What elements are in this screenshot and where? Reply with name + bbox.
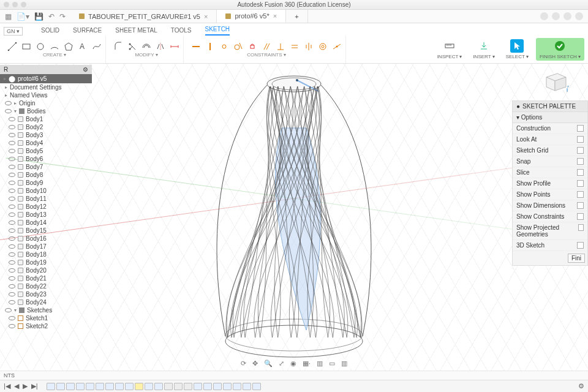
tree-body-item[interactable]: Body10 <box>0 187 92 195</box>
tree-sketch-item[interactable]: Sketch1 <box>0 314 92 322</box>
vertical-icon[interactable] <box>205 42 215 51</box>
palette-option[interactable]: Show Profile <box>513 178 587 189</box>
tree-origin[interactable]: ▸Origin <box>0 99 92 107</box>
document-tab[interactable]: TABOURET_PETIT_GRAVURE#1 v5 × <box>70 10 217 23</box>
timeline-feature[interactable] <box>66 383 75 390</box>
tree-body-item[interactable]: Body9 <box>0 179 92 187</box>
palette-option[interactable]: Show Constraints <box>513 211 587 222</box>
palette-option[interactable]: Show Points <box>513 189 587 200</box>
timeline-feature[interactable] <box>164 383 173 390</box>
checkbox-icon[interactable] <box>577 242 584 249</box>
tree-body-item[interactable]: Body13 <box>0 211 92 219</box>
display-grid-icon[interactable]: ▦· <box>303 360 311 368</box>
close-icon[interactable]: × <box>273 12 277 20</box>
timeline-feature[interactable] <box>154 383 163 390</box>
timeline-feature[interactable] <box>223 383 232 390</box>
palette-options-header[interactable]: ▾ Options <box>513 111 587 123</box>
checkbox-icon[interactable] <box>577 202 584 209</box>
tree-sketch-item[interactable]: Sketch2 <box>0 322 92 330</box>
parallel-icon[interactable] <box>262 42 271 51</box>
palette-option[interactable]: Snap <box>513 156 587 167</box>
gear-icon[interactable]: ⚙ <box>83 66 88 73</box>
document-tab-active[interactable]: proto#6 v5* × <box>217 10 286 23</box>
timeline-prev-icon[interactable]: ◀ <box>14 382 19 390</box>
effects-icon[interactable]: ▥ <box>341 360 347 368</box>
inspect-button[interactable]: INSPECT ▾ <box>434 38 466 61</box>
group-label[interactable]: CREATE ▾ <box>43 52 66 58</box>
palette-option[interactable]: Sketch Grid <box>513 145 587 156</box>
undo-icon[interactable]: ↶ <box>48 12 55 21</box>
fix-icon[interactable] <box>247 42 257 51</box>
dimension-icon[interactable] <box>170 42 179 51</box>
tree-bodies[interactable]: ▾Bodies <box>0 107 92 115</box>
checkbox-icon[interactable] <box>577 125 584 132</box>
tab-sheet-metal[interactable]: SHEET METAL <box>115 27 157 36</box>
display-style-icon[interactable]: ▥ <box>317 360 323 368</box>
group-label[interactable]: MODIFY ▾ <box>135 52 157 58</box>
rectangle-icon[interactable] <box>21 42 31 51</box>
timeline-feature[interactable] <box>213 383 222 390</box>
line-icon[interactable] <box>7 42 17 51</box>
perpendicular-icon[interactable] <box>276 42 285 51</box>
trim-icon[interactable] <box>127 42 137 51</box>
timeline-feature[interactable] <box>252 383 261 390</box>
tree-body-item[interactable]: Body12 <box>0 203 92 211</box>
tree-body-item[interactable]: Body14 <box>0 219 92 227</box>
tree-body-item[interactable]: Body1 <box>0 115 92 123</box>
checkbox-icon[interactable] <box>578 224 584 231</box>
look-at-icon[interactable]: ◉ <box>290 360 296 368</box>
tree-body-item[interactable]: Body3 <box>0 131 92 139</box>
timeline-feature[interactable] <box>203 383 212 390</box>
tree-body-item[interactable]: Body18 <box>0 251 92 258</box>
redo-icon[interactable]: ↷ <box>59 12 66 21</box>
tree-document-settings[interactable]: ▸Document Settings <box>0 83 92 91</box>
timeline-feature[interactable] <box>243 383 251 390</box>
tangent-icon[interactable] <box>233 42 243 51</box>
palette-option[interactable]: Look At <box>513 134 587 145</box>
model-wireframe[interactable] <box>190 67 398 361</box>
timeline-feature[interactable] <box>96 383 104 390</box>
timeline-feature[interactable] <box>174 383 183 390</box>
checkbox-icon[interactable] <box>577 213 584 220</box>
insert-button[interactable]: INSERT ▾ <box>469 38 498 61</box>
timeline-feature[interactable] <box>56 383 65 390</box>
tab-solid[interactable]: SOLID <box>41 27 59 36</box>
tree-body-item[interactable]: Body24 <box>0 298 92 306</box>
timeline-start-icon[interactable]: |◀ <box>4 382 10 390</box>
checkbox-icon[interactable] <box>577 136 584 143</box>
notifications-icon[interactable] <box>552 12 560 20</box>
timeline-feature[interactable] <box>184 383 192 390</box>
coincident-icon[interactable] <box>219 42 229 51</box>
text-icon[interactable]: A <box>78 42 88 51</box>
timeline-feature[interactable] <box>115 383 124 390</box>
file-menu-icon[interactable]: 📄▾ <box>17 12 29 21</box>
close-icon[interactable]: × <box>204 13 208 20</box>
checkbox-icon[interactable] <box>577 169 584 176</box>
comments-bar[interactable]: NTS <box>0 371 588 380</box>
zoom-fit-icon[interactable]: ⤢ <box>279 360 284 368</box>
timeline-feature[interactable] <box>233 383 241 390</box>
tree-body-item[interactable]: Body4 <box>0 139 92 147</box>
camera-icon[interactable]: ▭ <box>329 360 335 368</box>
tree-body-item[interactable]: Body7 <box>0 163 92 171</box>
circle-icon[interactable] <box>36 42 45 51</box>
finish-button[interactable]: Fini <box>568 254 585 263</box>
timeline-feature[interactable] <box>86 383 94 390</box>
checkbox-icon[interactable] <box>577 147 584 154</box>
tab-tools[interactable]: TOOLS <box>171 27 192 36</box>
tree-body-item[interactable]: Body20 <box>0 266 92 274</box>
concentric-icon[interactable] <box>318 42 328 51</box>
design-workspace-dropdown[interactable]: GN ▾ <box>4 27 23 36</box>
palette-option[interactable]: Slice <box>513 167 587 178</box>
group-label[interactable]: CONSTRAINTS ▾ <box>247 52 286 58</box>
tree-body-item[interactable]: Body2 <box>0 123 92 131</box>
checkbox-icon[interactable] <box>577 158 584 165</box>
tree-body-item[interactable]: Body17 <box>0 243 92 251</box>
timeline-end-icon[interactable]: ▶| <box>31 382 38 390</box>
tree-sketches[interactable]: ▾Sketches <box>0 306 92 314</box>
tree-body-item[interactable]: Body15 <box>0 227 92 235</box>
mirror-icon[interactable] <box>156 42 165 51</box>
timeline-play-icon[interactable]: ▶ <box>23 382 28 390</box>
grid-menu-icon[interactable]: ▦ <box>5 12 12 21</box>
checkbox-icon[interactable] <box>577 180 584 187</box>
